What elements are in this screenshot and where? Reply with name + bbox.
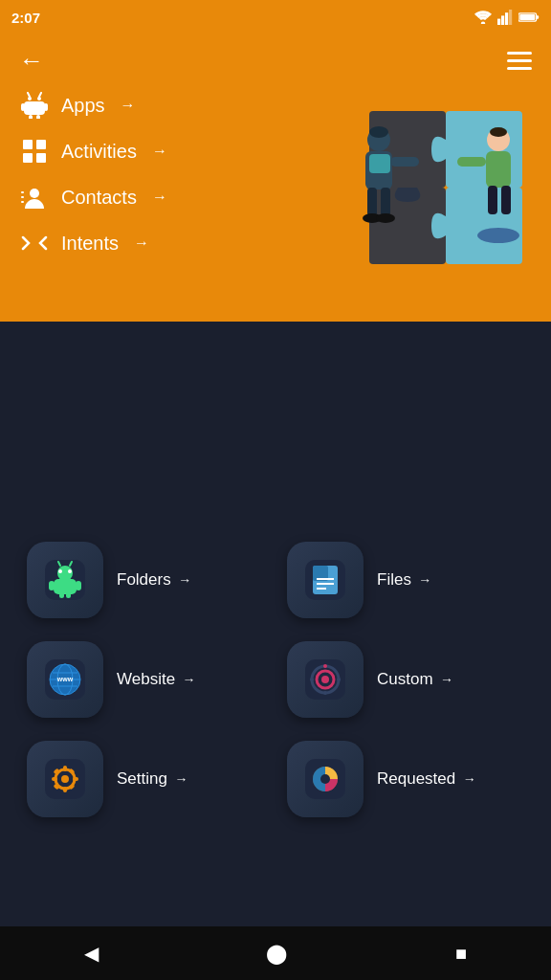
svg-rect-17 — [23, 140, 33, 149]
svg-rect-19 — [23, 153, 33, 163]
files-label: Files — [377, 570, 411, 589]
nav-activities-label: Activities — [61, 141, 137, 163]
home-nav-button[interactable]: ⬤ — [247, 934, 306, 972]
folders-label: Folders — [117, 570, 171, 589]
svg-text:www: www — [56, 676, 74, 682]
setting-arrow: → — [174, 771, 187, 787]
hamburger-line-2 — [507, 59, 532, 62]
svg-line-15 — [28, 93, 30, 97]
grid-item-folders[interactable]: Folders → — [27, 542, 264, 618]
custom-arrow: → — [440, 672, 453, 687]
nav-apps-label: Apps — [61, 95, 105, 117]
header-banner: ← Apps → — [0, 34, 551, 322]
nav-item-contacts[interactable]: Contacts → — [19, 182, 532, 212]
custom-label: Custom — [377, 670, 433, 688]
status-time: 2:07 — [11, 10, 40, 26]
svg-rect-4 — [509, 10, 512, 25]
intents-icon — [19, 228, 50, 258]
svg-rect-81 — [63, 766, 67, 771]
requested-icon — [301, 755, 349, 803]
website-label: Website — [117, 670, 175, 688]
wifi-icon — [474, 11, 492, 24]
grid-item-requested[interactable]: Requested → — [287, 741, 524, 817]
svg-line-16 — [39, 93, 41, 97]
grid-item-setting[interactable]: Setting → — [27, 741, 264, 817]
website-text: Website → — [117, 670, 196, 689]
setting-text: Setting → — [117, 769, 187, 789]
requested-text: Requested → — [377, 769, 476, 789]
custom-icon-wrap — [287, 641, 364, 718]
svg-point-77 — [337, 678, 341, 681]
grid-item-website[interactable]: www Website → — [27, 641, 264, 718]
hamburger-button[interactable] — [507, 52, 532, 70]
setting-icon-wrap — [27, 741, 103, 817]
svg-rect-22 — [21, 191, 24, 193]
status-bar: 2:07 — [0, 0, 551, 34]
svg-rect-84 — [73, 777, 78, 781]
grid-item-files[interactable]: Files → — [287, 542, 524, 618]
files-icon — [301, 556, 349, 604]
requested-arrow: → — [463, 771, 476, 787]
folders-icon — [41, 556, 89, 604]
svg-rect-18 — [36, 140, 46, 149]
svg-point-74 — [323, 664, 327, 668]
website-icon: www — [41, 656, 89, 703]
signal-icon — [497, 10, 513, 25]
nav-activities-arrow: → — [152, 143, 167, 160]
svg-rect-48 — [49, 581, 55, 590]
hamburger-line-1 — [507, 52, 532, 55]
bottom-nav: ◀ ⬤ ■ — [0, 926, 551, 980]
svg-rect-10 — [24, 101, 45, 115]
nav-item-apps[interactable]: Apps → — [19, 90, 532, 121]
svg-point-73 — [321, 676, 329, 683]
svg-point-53 — [68, 569, 72, 573]
nav-apps-arrow: → — [121, 97, 136, 114]
grid-section: Folders → — [27, 542, 524, 817]
svg-rect-3 — [505, 12, 508, 25]
svg-rect-12 — [44, 103, 48, 111]
requested-icon-wrap — [287, 741, 364, 817]
main-content: Folders → — [0, 322, 551, 972]
activities-icon — [19, 136, 50, 167]
header-top-row: ← — [19, 48, 532, 73]
svg-rect-11 — [21, 103, 25, 111]
files-icon-wrap — [287, 542, 364, 618]
svg-rect-49 — [76, 581, 81, 590]
svg-point-52 — [58, 569, 62, 573]
files-text: Files → — [377, 570, 431, 590]
nav-intents-arrow: → — [134, 234, 149, 252]
custom-icon — [301, 656, 349, 703]
svg-rect-50 — [59, 592, 64, 598]
folders-text: Folders → — [117, 570, 191, 590]
svg-rect-24 — [21, 201, 24, 203]
back-button[interactable]: ← — [19, 48, 44, 73]
svg-rect-82 — [63, 787, 67, 792]
nav-item-activities[interactable]: Activities → — [19, 136, 532, 167]
nav-item-intents[interactable]: Intents → — [19, 228, 532, 258]
back-nav-button[interactable]: ◀ — [65, 934, 118, 972]
nav-contacts-arrow: → — [152, 189, 167, 206]
grid-item-custom[interactable]: Custom → — [287, 641, 524, 718]
files-arrow: → — [418, 572, 431, 588]
svg-rect-13 — [29, 115, 33, 119]
folders-arrow: → — [178, 572, 191, 588]
svg-point-0 — [481, 22, 486, 25]
svg-rect-14 — [36, 115, 40, 119]
battery-icon — [518, 11, 540, 24]
setting-icon — [41, 755, 89, 803]
svg-point-21 — [30, 189, 39, 198]
svg-rect-20 — [36, 153, 46, 163]
recent-nav-button[interactable]: ■ — [436, 935, 486, 972]
svg-rect-7 — [519, 14, 535, 20]
svg-rect-1 — [497, 19, 500, 25]
website-arrow: → — [183, 672, 196, 687]
requested-label: Requested — [377, 769, 455, 788]
svg-rect-6 — [537, 15, 540, 18]
hamburger-line-3 — [507, 67, 532, 70]
svg-point-91 — [320, 774, 330, 784]
nav-menu: Apps → Activities → — [19, 90, 532, 258]
folders-icon-wrap — [27, 542, 103, 618]
svg-point-75 — [323, 691, 327, 695]
android-icon — [19, 90, 50, 121]
svg-rect-83 — [52, 777, 57, 781]
